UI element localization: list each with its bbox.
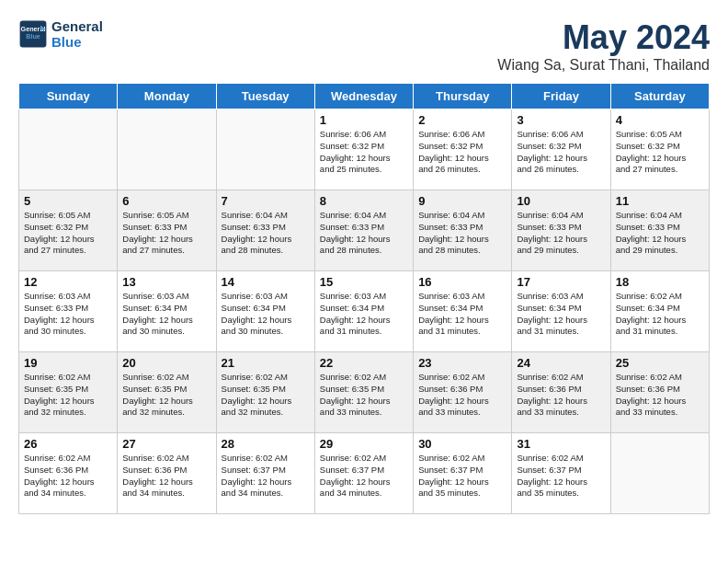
day-cell: 22Sunrise: 6:02 AM Sunset: 6:35 PM Dayli… xyxy=(314,352,413,433)
day-info: Sunrise: 6:02 AM Sunset: 6:36 PM Dayligh… xyxy=(616,372,704,419)
calendar-subtitle: Wiang Sa, Surat Thani, Thailand xyxy=(497,57,710,74)
week-row-5: 26Sunrise: 6:02 AM Sunset: 6:36 PM Dayli… xyxy=(19,433,710,514)
day-cell: 12Sunrise: 6:03 AM Sunset: 6:33 PM Dayli… xyxy=(19,271,118,352)
logo: General Blue General Blue xyxy=(18,18,103,51)
day-number: 19 xyxy=(24,356,112,370)
day-info: Sunrise: 6:05 AM Sunset: 6:32 PM Dayligh… xyxy=(616,129,704,176)
day-number: 17 xyxy=(517,275,605,289)
day-info: Sunrise: 6:04 AM Sunset: 6:33 PM Dayligh… xyxy=(616,210,704,257)
day-info: Sunrise: 6:02 AM Sunset: 6:35 PM Dayligh… xyxy=(320,372,408,419)
week-row-4: 19Sunrise: 6:02 AM Sunset: 6:35 PM Dayli… xyxy=(19,352,710,433)
day-number: 10 xyxy=(517,194,605,208)
logo-blue: Blue xyxy=(51,34,103,50)
day-cell: 15Sunrise: 6:03 AM Sunset: 6:34 PM Dayli… xyxy=(314,271,413,352)
week-row-2: 5Sunrise: 6:05 AM Sunset: 6:32 PM Daylig… xyxy=(19,190,710,271)
day-info: Sunrise: 6:02 AM Sunset: 6:37 PM Dayligh… xyxy=(320,453,408,500)
day-cell: 1Sunrise: 6:06 AM Sunset: 6:32 PM Daylig… xyxy=(314,109,413,190)
day-number: 26 xyxy=(24,437,112,451)
day-cell: 14Sunrise: 6:03 AM Sunset: 6:34 PM Dayli… xyxy=(216,271,314,352)
day-cell: 26Sunrise: 6:02 AM Sunset: 6:36 PM Dayli… xyxy=(19,433,118,514)
day-cell: 18Sunrise: 6:02 AM Sunset: 6:34 PM Dayli… xyxy=(610,271,709,352)
day-number: 18 xyxy=(616,275,704,289)
day-cell xyxy=(610,433,709,514)
day-header-tuesday: Tuesday xyxy=(216,84,314,109)
day-header-saturday: Saturday xyxy=(610,84,709,109)
day-info: Sunrise: 6:02 AM Sunset: 6:36 PM Dayligh… xyxy=(24,453,112,500)
day-info: Sunrise: 6:04 AM Sunset: 6:33 PM Dayligh… xyxy=(418,210,506,257)
day-cell: 16Sunrise: 6:03 AM Sunset: 6:34 PM Dayli… xyxy=(414,271,512,352)
title-area: May 2024 Wiang Sa, Surat Thani, Thailand xyxy=(497,18,710,74)
day-info: Sunrise: 6:02 AM Sunset: 6:36 PM Dayligh… xyxy=(517,372,605,419)
day-number: 12 xyxy=(24,275,112,289)
day-cell: 13Sunrise: 6:03 AM Sunset: 6:34 PM Dayli… xyxy=(118,271,216,352)
day-header-sunday: Sunday xyxy=(19,84,118,109)
day-cell: 21Sunrise: 6:02 AM Sunset: 6:35 PM Dayli… xyxy=(216,352,314,433)
day-cell: 11Sunrise: 6:04 AM Sunset: 6:33 PM Dayli… xyxy=(610,190,709,271)
day-number: 8 xyxy=(320,194,408,208)
day-info: Sunrise: 6:03 AM Sunset: 6:33 PM Dayligh… xyxy=(24,291,112,338)
day-cell: 6Sunrise: 6:05 AM Sunset: 6:33 PM Daylig… xyxy=(118,190,216,271)
day-number: 5 xyxy=(24,194,112,208)
day-header-row: SundayMondayTuesdayWednesdayThursdayFrid… xyxy=(19,84,710,109)
day-number: 20 xyxy=(122,356,210,370)
day-cell xyxy=(216,109,314,190)
day-number: 11 xyxy=(616,194,704,208)
day-cell xyxy=(19,109,118,190)
day-number: 30 xyxy=(418,437,506,451)
day-number: 31 xyxy=(517,437,605,451)
day-cell: 23Sunrise: 6:02 AM Sunset: 6:36 PM Dayli… xyxy=(414,352,512,433)
day-info: Sunrise: 6:06 AM Sunset: 6:32 PM Dayligh… xyxy=(517,129,605,176)
logo-general: General xyxy=(51,18,103,34)
day-cell: 20Sunrise: 6:02 AM Sunset: 6:35 PM Dayli… xyxy=(118,352,216,433)
day-number: 23 xyxy=(418,356,506,370)
day-cell: 27Sunrise: 6:02 AM Sunset: 6:36 PM Dayli… xyxy=(118,433,216,514)
day-info: Sunrise: 6:02 AM Sunset: 6:37 PM Dayligh… xyxy=(517,453,605,500)
day-info: Sunrise: 6:05 AM Sunset: 6:33 PM Dayligh… xyxy=(122,210,210,257)
day-cell: 25Sunrise: 6:02 AM Sunset: 6:36 PM Dayli… xyxy=(610,352,709,433)
day-number: 16 xyxy=(418,275,506,289)
day-info: Sunrise: 6:03 AM Sunset: 6:34 PM Dayligh… xyxy=(222,291,310,338)
day-number: 21 xyxy=(222,356,310,370)
day-info: Sunrise: 6:06 AM Sunset: 6:32 PM Dayligh… xyxy=(418,129,506,176)
day-number: 24 xyxy=(517,356,605,370)
day-header-friday: Friday xyxy=(512,84,610,109)
day-info: Sunrise: 6:02 AM Sunset: 6:35 PM Dayligh… xyxy=(222,372,310,419)
day-cell: 10Sunrise: 6:04 AM Sunset: 6:33 PM Dayli… xyxy=(512,190,610,271)
day-number: 3 xyxy=(517,113,605,127)
header: General Blue General Blue May 2024 Wiang… xyxy=(18,18,710,74)
calendar-body: 1Sunrise: 6:06 AM Sunset: 6:32 PM Daylig… xyxy=(19,109,710,514)
day-cell: 30Sunrise: 6:02 AM Sunset: 6:37 PM Dayli… xyxy=(414,433,512,514)
day-info: Sunrise: 6:02 AM Sunset: 6:36 PM Dayligh… xyxy=(122,453,210,500)
day-header-monday: Monday xyxy=(118,84,216,109)
day-cell: 2Sunrise: 6:06 AM Sunset: 6:32 PM Daylig… xyxy=(414,109,512,190)
logo-icon: General Blue xyxy=(18,19,48,49)
day-info: Sunrise: 6:02 AM Sunset: 6:36 PM Dayligh… xyxy=(418,372,506,419)
day-info: Sunrise: 6:03 AM Sunset: 6:34 PM Dayligh… xyxy=(320,291,408,338)
day-info: Sunrise: 6:02 AM Sunset: 6:37 PM Dayligh… xyxy=(222,453,310,500)
day-cell: 5Sunrise: 6:05 AM Sunset: 6:32 PM Daylig… xyxy=(19,190,118,271)
day-number: 22 xyxy=(320,356,408,370)
day-number: 28 xyxy=(222,437,310,451)
day-number: 4 xyxy=(616,113,704,127)
day-cell: 7Sunrise: 6:04 AM Sunset: 6:33 PM Daylig… xyxy=(216,190,314,271)
day-cell xyxy=(118,109,216,190)
day-number: 1 xyxy=(320,113,408,127)
day-info: Sunrise: 6:03 AM Sunset: 6:34 PM Dayligh… xyxy=(418,291,506,338)
day-number: 13 xyxy=(122,275,210,289)
day-number: 6 xyxy=(122,194,210,208)
day-info: Sunrise: 6:03 AM Sunset: 6:34 PM Dayligh… xyxy=(122,291,210,338)
day-header-wednesday: Wednesday xyxy=(314,84,413,109)
day-cell: 28Sunrise: 6:02 AM Sunset: 6:37 PM Dayli… xyxy=(216,433,314,514)
day-info: Sunrise: 6:06 AM Sunset: 6:32 PM Dayligh… xyxy=(320,129,408,176)
calendar-table: SundayMondayTuesdayWednesdayThursdayFrid… xyxy=(18,83,710,514)
day-cell: 3Sunrise: 6:06 AM Sunset: 6:32 PM Daylig… xyxy=(512,109,610,190)
svg-text:Blue: Blue xyxy=(26,32,40,40)
day-info: Sunrise: 6:05 AM Sunset: 6:32 PM Dayligh… xyxy=(24,210,112,257)
calendar-title: May 2024 xyxy=(497,18,710,57)
day-cell: 31Sunrise: 6:02 AM Sunset: 6:37 PM Dayli… xyxy=(512,433,610,514)
day-header-thursday: Thursday xyxy=(414,84,512,109)
day-number: 29 xyxy=(320,437,408,451)
day-info: Sunrise: 6:02 AM Sunset: 6:35 PM Dayligh… xyxy=(24,372,112,419)
day-number: 15 xyxy=(320,275,408,289)
day-info: Sunrise: 6:02 AM Sunset: 6:37 PM Dayligh… xyxy=(418,453,506,500)
